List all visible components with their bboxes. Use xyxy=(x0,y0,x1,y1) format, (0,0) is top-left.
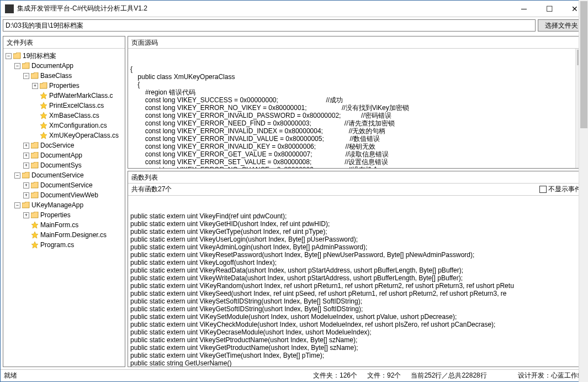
tree-toggle-icon[interactable]: + xyxy=(23,153,29,159)
folder-icon xyxy=(31,182,39,189)
folder-icon xyxy=(13,53,21,59)
function-toolbar: 共有函数27个 不显示事件 xyxy=(128,184,585,196)
file-list-pane: 文件列表 −19招标档案−DocumentApp−BaseClass+Prope… xyxy=(3,36,125,367)
tree-label: UKeyManageApp xyxy=(31,200,83,210)
status-ready: 就绪 xyxy=(4,371,313,380)
star-icon xyxy=(40,102,47,109)
tree-node[interactable]: +DocumentApp xyxy=(6,150,123,160)
function-list-header: 函数列表 xyxy=(128,171,585,184)
tree-toggle-icon[interactable]: − xyxy=(23,73,29,79)
tree-label: XmUKeyOperaClass.cs xyxy=(49,130,119,140)
tree-node[interactable]: Program.cs xyxy=(6,240,123,250)
tree-node[interactable]: −DocumentService xyxy=(6,170,123,180)
checkbox-icon xyxy=(539,186,547,193)
function-list-section: 函数列表 共有函数27个 不显示事件 public static extern … xyxy=(128,171,585,367)
status-lines: 当前252行／总共22828行 xyxy=(411,371,486,380)
tree-label: PdfWaterMarkClass.c xyxy=(49,91,113,101)
right-pane: 页面源码 { public class XmUKeyOperaClass { #… xyxy=(128,36,585,367)
file-tree[interactable]: −19招标档案−DocumentApp−BaseClass+Properties… xyxy=(3,49,125,367)
hide-events-checkbox[interactable]: 不显示事件 xyxy=(539,185,581,194)
tree-node[interactable]: XmBaseClass.cs xyxy=(6,111,123,121)
func-scrollbar[interactable] xyxy=(579,196,585,367)
tree-node[interactable]: XmConfiguration.cs xyxy=(6,121,123,130)
tree-label: Properties xyxy=(40,210,71,220)
titlebar: 集成开发管理平台-C#代码统计分析工具V1.2 ─ ☐ ✕ xyxy=(1,1,587,17)
folder-icon xyxy=(31,72,39,79)
tree-label: DocumentApp xyxy=(31,61,73,71)
tree-label: MainForm.Designer.cs xyxy=(40,230,107,240)
tree-node[interactable]: −DocumentApp xyxy=(6,61,123,71)
tree-label: MainForm.cs xyxy=(40,220,78,230)
status-folders: 文件夹：126个 xyxy=(313,371,357,380)
star-icon xyxy=(31,221,39,229)
tree-toggle-icon[interactable]: + xyxy=(23,212,29,218)
tree-toggle-icon[interactable]: − xyxy=(14,63,20,69)
tree-node[interactable]: +DocumentService xyxy=(6,180,123,190)
tree-label: XmBaseClass.cs xyxy=(49,111,99,121)
tree-toggle-icon[interactable]: − xyxy=(14,172,20,179)
hide-events-label: 不显示事件 xyxy=(548,185,581,194)
tree-node[interactable]: −UKeyManageApp xyxy=(6,200,123,210)
folder-icon xyxy=(22,202,30,208)
minimize-button[interactable]: ─ xyxy=(511,1,537,17)
folder-icon xyxy=(31,212,39,218)
tree-label: DocumentViewWeb xyxy=(40,190,98,200)
tree-node[interactable]: +Properties xyxy=(6,81,123,91)
star-icon xyxy=(40,112,47,119)
tree-label: Program.cs xyxy=(40,240,74,250)
star-icon xyxy=(40,92,47,100)
folder-icon xyxy=(31,192,39,198)
tree-label: DocumentService xyxy=(31,170,84,180)
tree-toggle-icon[interactable]: + xyxy=(32,83,38,89)
function-content: public static extern uint VikeyFind(ref … xyxy=(130,212,582,367)
file-list-header: 文件列表 xyxy=(3,36,125,49)
tree-node[interactable]: MainForm.cs xyxy=(6,220,123,230)
code-content: { public class XmUKeyOperaClass { #regio… xyxy=(130,65,582,168)
tree-toggle-icon[interactable]: + xyxy=(23,143,29,149)
star-icon xyxy=(40,122,47,129)
tree-node[interactable]: +DocumentSys xyxy=(6,160,123,170)
tree-node[interactable]: +DocumentViewWeb xyxy=(6,190,123,200)
tree-label: BaseClass xyxy=(40,71,72,81)
folder-icon xyxy=(22,62,30,69)
tree-toggle-icon[interactable]: + xyxy=(23,163,29,169)
function-list-view[interactable]: public static extern uint VikeyFind(ref … xyxy=(128,196,585,367)
maximize-button[interactable]: ☐ xyxy=(537,1,562,17)
tree-node[interactable]: +Properties xyxy=(6,210,123,220)
tree-label: XmConfiguration.cs xyxy=(49,121,107,130)
window-controls: ─ ☐ ✕ xyxy=(511,1,587,17)
star-icon xyxy=(31,231,39,239)
folder-icon xyxy=(31,162,39,169)
tree-label: DocumentApp xyxy=(40,150,82,160)
function-count-label: 共有函数27个 xyxy=(131,185,539,194)
folder-icon xyxy=(31,142,39,149)
tree-toggle-icon[interactable]: + xyxy=(23,192,29,198)
tree-label: 19招标档案 xyxy=(23,51,56,61)
tree-node[interactable]: MainForm.Designer.cs xyxy=(6,230,123,240)
tree-node[interactable]: XmUKeyOperaClass.cs xyxy=(6,130,123,140)
tree-label: DocumentSys xyxy=(40,160,82,170)
tree-label: Properties xyxy=(49,81,80,91)
path-toolbar: 选择文件夹 xyxy=(1,17,587,34)
status-files: 文件：92个 xyxy=(367,371,401,380)
status-stats: 文件夹：126个 文件：92个 当前252行／总共22828行 xyxy=(313,371,487,380)
source-code-view[interactable]: { public class XmUKeyOperaClass { #regio… xyxy=(128,49,585,168)
tree-label: DocumentService xyxy=(40,180,93,190)
main-area: 文件列表 −19招标档案−DocumentApp−BaseClass+Prope… xyxy=(1,34,587,369)
tree-node[interactable]: PdfWaterMarkClass.c xyxy=(6,91,123,101)
path-input[interactable] xyxy=(3,19,536,32)
tree-toggle-icon[interactable]: − xyxy=(14,202,20,208)
source-code-section: 页面源码 { public class XmUKeyOperaClass { #… xyxy=(128,36,585,169)
app-window: 集成开发管理平台-C#代码统计分析工具V1.2 ─ ☐ ✕ 选择文件夹 文件列表… xyxy=(0,0,588,382)
tree-toggle-icon[interactable]: + xyxy=(23,182,29,189)
window-title: 集成开发管理平台-C#代码统计分析工具V1.2 xyxy=(17,4,511,13)
tree-node[interactable]: +DocService xyxy=(6,140,123,150)
tree-toggle-icon[interactable]: − xyxy=(6,53,12,59)
tree-node[interactable]: −BaseClass xyxy=(6,71,123,81)
folder-icon xyxy=(40,82,47,89)
status-credits: 设计开发：心蓝工作组 xyxy=(518,371,584,380)
tree-node[interactable]: −19招标档案 xyxy=(6,51,123,61)
app-icon xyxy=(5,4,14,13)
tree-node[interactable]: PrintExcelClass.cs xyxy=(6,101,123,111)
star-icon xyxy=(31,241,39,249)
